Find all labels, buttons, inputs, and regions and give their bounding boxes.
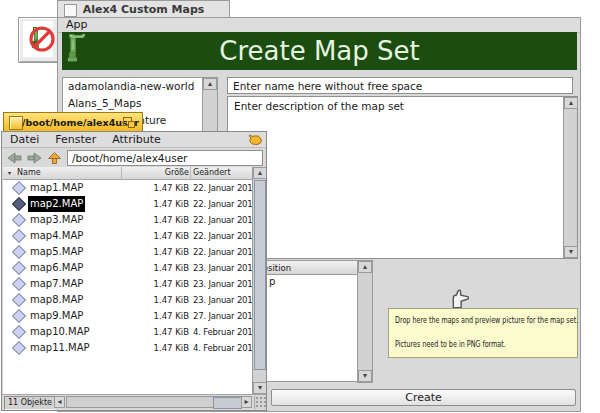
name-input[interactable] xyxy=(227,77,573,94)
table-row[interactable]: map3.MAP 1.47 KiB 22. Januar 2019 xyxy=(3,212,253,228)
scroll-down-icon[interactable] xyxy=(358,370,372,382)
map-file-icon xyxy=(12,181,26,195)
file-size: 1.47 KiB xyxy=(121,308,189,324)
table-row[interactable]: map2.MAP 1.47 KiB 22. Januar 2019 xyxy=(3,196,253,212)
file-size: 1.47 KiB xyxy=(121,260,189,276)
map-file-icon xyxy=(12,213,26,227)
vertical-scrollbar[interactable] xyxy=(252,167,267,394)
desktop: Alex4 Custom Maps App Create Map Set ada… xyxy=(0,0,600,413)
file-name: map1.MAP xyxy=(28,180,85,196)
create-button[interactable]: Create xyxy=(271,389,576,406)
table-row[interactable]: map9.MAP 1.47 KiB 27. Januar 2019 xyxy=(3,308,253,324)
window-tab-tracker[interactable]: /boot/home/alex4user xyxy=(3,112,143,132)
map-file-icon xyxy=(12,197,26,211)
file-name: map7.MAP xyxy=(28,276,85,292)
file-size: 1.47 KiB xyxy=(121,196,189,212)
tooltip-line-2: Pictures need to be in PNG format. xyxy=(395,340,506,349)
menu-item-attribute[interactable]: Attribute xyxy=(112,132,161,147)
file-size: 1.47 KiB xyxy=(121,212,189,228)
scroll-up-icon[interactable] xyxy=(203,78,217,90)
sort-indicator-icon xyxy=(8,167,11,179)
table-row[interactable]: map11.MAP 1.47 KiB 4. Februar 2019 xyxy=(3,340,253,356)
file-modified: 22. Januar 2019 xyxy=(193,196,253,212)
close-button[interactable] xyxy=(9,116,23,130)
file-size: 1.47 KiB xyxy=(121,180,189,196)
map-file-icon xyxy=(12,309,26,323)
column-header-size[interactable]: Größe xyxy=(121,167,189,179)
file-name: map5.MAP xyxy=(28,244,85,260)
scroll-left-icon[interactable] xyxy=(54,396,65,408)
file-modified: 22. Januar 2019 xyxy=(193,244,253,260)
scroll-right-icon[interactable] xyxy=(241,396,252,408)
banner: Create Map Set xyxy=(62,32,577,70)
file-name: map8.MAP xyxy=(28,292,85,308)
position-row-fragment: p xyxy=(269,276,275,287)
file-size: 1.47 KiB xyxy=(121,228,189,244)
scrollbar-thumb[interactable] xyxy=(213,397,242,409)
resize-grip[interactable] xyxy=(254,396,266,409)
file-name: map4.MAP xyxy=(28,228,85,244)
map-file-icon xyxy=(12,325,26,339)
column-header-modified[interactable]: Geändert xyxy=(193,167,231,179)
menu-item-fenster[interactable]: Fenster xyxy=(55,132,96,147)
back-arrow-icon[interactable] xyxy=(7,152,22,164)
description-scrollbar[interactable] xyxy=(563,97,577,258)
file-size: 1.47 KiB xyxy=(121,244,189,260)
file-name: map11.MAP xyxy=(28,340,92,356)
description-textarea[interactable]: Enter description of the map set xyxy=(227,96,578,259)
horizontal-scrollbar[interactable] xyxy=(66,396,241,408)
table-row[interactable]: map8.MAP 1.47 KiB 23. Januar 2019 xyxy=(3,292,253,308)
up-arrow-icon[interactable] xyxy=(47,152,62,164)
table-row[interactable]: map4.MAP 1.47 KiB 22. Januar 2019 xyxy=(3,228,253,244)
position-list-scrollbar[interactable] xyxy=(357,260,373,383)
tracker-glove-icon xyxy=(248,133,263,147)
file-size: 1.47 KiB xyxy=(121,324,189,340)
file-size: 1.47 KiB xyxy=(121,292,189,308)
column-header-name[interactable]: Name xyxy=(17,167,41,179)
status-bar: 11 Objekte xyxy=(2,394,266,411)
scroll-up-icon[interactable] xyxy=(564,97,578,109)
scroll-down-icon[interactable] xyxy=(564,246,578,258)
file-modified: 23. Januar 2019 xyxy=(193,292,253,308)
list-item[interactable]: adamolandia-new-world xyxy=(63,78,203,95)
scroll-down-icon[interactable] xyxy=(253,382,267,394)
file-modified: 23. Januar 2019 xyxy=(193,276,253,292)
desktop-app-icon[interactable] xyxy=(18,17,60,63)
list-item[interactable]: Alans_5_Maps xyxy=(63,95,203,112)
column-separator xyxy=(190,167,191,180)
tooltip-line-1: Drop here the maps and preview picture f… xyxy=(395,316,578,325)
column-header-row: Name Größe Geändert xyxy=(3,167,253,180)
window-tracker: Datei Fenster Attribute Name Größe Geänd… xyxy=(1,131,267,411)
file-name: map3.MAP xyxy=(28,212,85,228)
map-file-icon xyxy=(12,245,26,259)
description-text: Enter description of the map set xyxy=(234,100,404,112)
file-modified: 23. Januar 2019 xyxy=(193,260,253,276)
window-title: /boot/home/alex4user xyxy=(22,113,122,132)
table-row[interactable]: map1.MAP 1.47 KiB 22. Januar 2019 xyxy=(3,180,253,196)
zoom-button-icon[interactable] xyxy=(128,121,135,128)
file-modified: 22. Januar 2019 xyxy=(193,212,253,228)
menu-bar: Datei Fenster Attribute xyxy=(2,132,266,148)
file-modified: 22. Januar 2019 xyxy=(193,180,253,196)
scrollbar-thumb[interactable] xyxy=(254,180,266,370)
table-row[interactable]: map10.MAP 1.47 KiB 4. Februar 2019 xyxy=(3,324,253,340)
object-count: 11 Objekte xyxy=(4,396,55,410)
menu-bar: App xyxy=(58,18,580,33)
menu-item-datei[interactable]: Datei xyxy=(10,132,39,147)
table-row[interactable]: map6.MAP 1.47 KiB 23. Januar 2019 xyxy=(3,260,253,276)
file-modified: 4. Februar 2019 xyxy=(193,324,253,340)
forward-arrow-icon[interactable] xyxy=(27,152,42,164)
path-input[interactable] xyxy=(67,150,263,166)
map-file-icon xyxy=(12,229,26,243)
scroll-up-icon[interactable] xyxy=(358,261,372,273)
icon-plate xyxy=(23,21,53,57)
scroll-up-icon[interactable] xyxy=(253,167,267,179)
table-row[interactable]: map5.MAP 1.47 KiB 22. Januar 2019 xyxy=(3,244,253,260)
grab-hand-icon xyxy=(447,288,469,310)
file-name: map10.MAP xyxy=(28,324,92,340)
table-row[interactable]: map7.MAP 1.47 KiB 23. Januar 2019 xyxy=(3,276,253,292)
file-name: map6.MAP xyxy=(28,260,85,276)
file-modified: 4. Februar 2019 xyxy=(193,340,253,356)
menu-item-app[interactable]: App xyxy=(66,18,88,32)
map-file-icon xyxy=(12,293,26,307)
